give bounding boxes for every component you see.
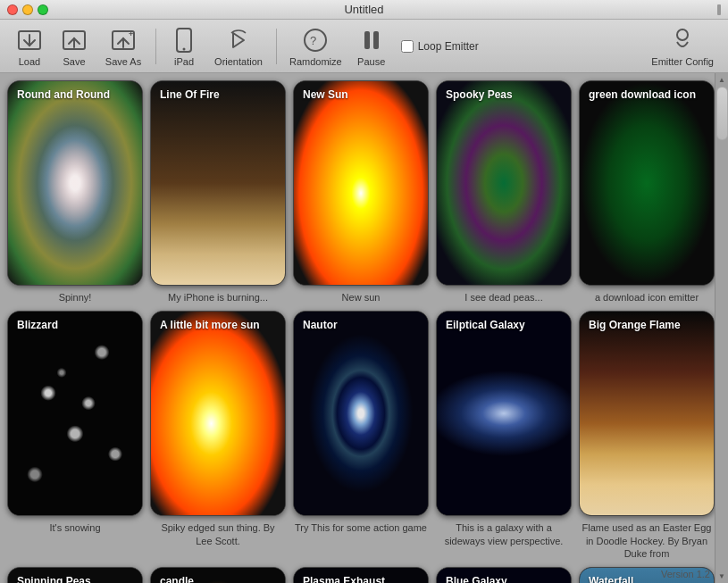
card-inner-blue-galaxy: Blue Galaxy: [436, 567, 572, 583]
svg-rect-0: [717, 4, 721, 15]
card-big-orange-flame[interactable]: Big Orange FlameFlame used as an Easter …: [579, 311, 715, 560]
card-inner-little-sun: A little bit more sun: [150, 311, 286, 516]
svg-rect-13: [373, 31, 379, 49]
card-desc-elliptical-galaxy: This is a galaxy with a sideways view pe…: [438, 521, 570, 547]
card-visual-blizzard: [8, 312, 142, 515]
card-visual-little-sun: [151, 312, 285, 515]
card-title-waterfall: Waterfall: [589, 575, 705, 583]
card-nautor[interactable]: NautorTry This for some action game: [293, 311, 429, 560]
orientation-button[interactable]: Orientation: [206, 22, 271, 71]
minimize-button[interactable]: [22, 4, 33, 15]
loop-emitter-group: Loop Emitter: [401, 40, 479, 53]
card-elliptical-galaxy[interactable]: Eilptical GalaxyThis is a galaxy with a …: [436, 311, 572, 560]
card-title-nautor: Nautor: [303, 319, 419, 331]
loop-emitter-label: Loop Emitter: [418, 40, 479, 53]
card-blizzard[interactable]: BlizzardIt's snowing: [7, 311, 143, 560]
load-button[interactable]: Load: [7, 22, 52, 71]
emitter-config-icon: [668, 26, 697, 54]
load-icon: [15, 26, 44, 54]
card-visual-new-sun: [294, 81, 428, 285]
save-label: Save: [63, 56, 85, 67]
grid-row-0: Round and RoundSpinny!Line Of FireMy iPh…: [7, 80, 707, 304]
ipad-button[interactable]: iPad: [162, 22, 206, 71]
resize-icon: [710, 4, 721, 15]
card-inner-candle: candle: [150, 567, 286, 583]
card-title-big-orange-flame: Big Orange Flame: [589, 319, 705, 331]
card-desc-new-sun: New sun: [342, 291, 381, 304]
separator-1: [155, 29, 156, 64]
card-desc-nautor: Try This for some action game: [295, 521, 427, 534]
svg-rect-12: [364, 31, 370, 49]
card-spooky-peas[interactable]: Spooky PeasI see dead peas...: [436, 80, 572, 304]
card-inner-spinning-peas: Spinning Peas: [7, 567, 143, 583]
card-inner-green-download: green download icon: [579, 80, 715, 286]
scroll-thumb[interactable]: [716, 87, 728, 140]
card-title-blue-galaxy: Blue Galaxy: [446, 575, 562, 583]
window-title: Untitled: [344, 3, 383, 16]
card-desc-line-of-fire: My iPhone is burning...: [168, 291, 268, 304]
card-blue-galaxy[interactable]: Blue Galaxy: [436, 567, 572, 583]
card-visual-line-of-fire: [151, 81, 285, 285]
card-visual-round-and-round: [8, 81, 142, 285]
toolbar-right: Emitter Config: [644, 22, 721, 71]
card-visual-elliptical-galaxy: [437, 312, 571, 515]
card-inner-round-and-round: Round and Round: [7, 80, 143, 286]
card-inner-elliptical-galaxy: Eilptical Galaxy: [436, 311, 572, 516]
card-line-of-fire[interactable]: Line Of FireMy iPhone is burning...: [150, 80, 286, 304]
scroll-down-arrow[interactable]: ▼: [715, 570, 729, 583]
card-desc-green-download: a download icon emitter: [595, 291, 699, 304]
ipad-icon: [170, 26, 198, 54]
orientation-label: Orientation: [214, 56, 263, 67]
card-desc-spooky-peas: I see dead peas...: [464, 291, 542, 304]
card-title-green-download: green download icon: [589, 88, 705, 101]
save-as-icon: +: [109, 26, 138, 54]
save-as-button[interactable]: + Save As: [96, 22, 150, 71]
card-title-little-sun: A little bit more sun: [160, 319, 276, 331]
svg-point-9: [183, 47, 186, 50]
scroll-up-arrow[interactable]: ▲: [715, 73, 729, 87]
card-visual-big-orange-flame: [580, 312, 714, 515]
save-button[interactable]: Save: [52, 22, 96, 71]
card-visual-nautor: [294, 312, 428, 515]
window-controls[interactable]: [7, 4, 48, 15]
grid-row-2: Spinning PeascandlePlasma ExhaustBlue Ga…: [7, 567, 707, 583]
card-desc-blizzard: It's snowing: [49, 521, 100, 534]
svg-text:+: +: [129, 29, 133, 38]
card-inner-line-of-fire: Line Of Fire: [150, 80, 286, 286]
title-bar: Untitled: [0, 0, 728, 20]
loop-emitter-checkbox[interactable]: [401, 40, 414, 53]
ipad-label: iPad: [174, 56, 194, 67]
card-desc-big-orange-flame: Flame used as an Easter Egg in Doodle Ho…: [581, 521, 713, 560]
randomize-button[interactable]: ? Ramdomize: [282, 22, 349, 71]
grid-area: Round and RoundSpinny!Line Of FireMy iPh…: [0, 73, 715, 583]
card-little-sun[interactable]: A little bit more sunSpiky edged sun thi…: [150, 311, 286, 560]
card-spinning-peas[interactable]: Spinning Peas: [7, 567, 143, 583]
card-desc-round-and-round: Spinny!: [59, 291, 92, 304]
toolbar: Load Save + Save As: [0, 20, 728, 73]
card-green-download[interactable]: green download icona download icon emitt…: [579, 80, 715, 304]
emitter-config-button[interactable]: Emitter Config: [644, 22, 721, 71]
maximize-button[interactable]: [38, 4, 48, 15]
scrollbar[interactable]: ▲ ▼: [715, 73, 728, 583]
card-plasma-exhaust[interactable]: Plasma Exhaust: [293, 567, 429, 583]
card-desc-little-sun: Spiky edged sun thing. By Lee Scott.: [152, 521, 284, 547]
card-title-plasma-exhaust: Plasma Exhaust: [303, 575, 419, 583]
card-round-and-round[interactable]: Round and RoundSpinny!: [7, 80, 143, 304]
orientation-icon: [224, 26, 253, 54]
close-button[interactable]: [7, 4, 18, 15]
load-label: Load: [19, 56, 40, 67]
card-title-blizzard: Blizzard: [17, 319, 133, 331]
svg-point-14: [677, 29, 688, 40]
separator-2: [276, 29, 277, 64]
grid-row-1: BlizzardIt's snowingA little bit more su…: [7, 311, 707, 560]
card-title-elliptical-galaxy: Eilptical Galaxy: [446, 319, 562, 331]
scroll-track[interactable]: [716, 87, 728, 570]
card-visual-spooky-peas: [437, 81, 571, 285]
card-inner-big-orange-flame: Big Orange Flame: [579, 311, 715, 516]
card-inner-blizzard: Blizzard: [7, 311, 143, 516]
card-new-sun[interactable]: New SunNew sun: [293, 80, 429, 304]
card-candle[interactable]: candle: [150, 567, 286, 583]
card-inner-plasma-exhaust: Plasma Exhaust: [293, 567, 429, 583]
pause-button[interactable]: Pause: [349, 22, 394, 71]
main-content: Round and RoundSpinny!Line Of FireMy iPh…: [0, 73, 728, 583]
